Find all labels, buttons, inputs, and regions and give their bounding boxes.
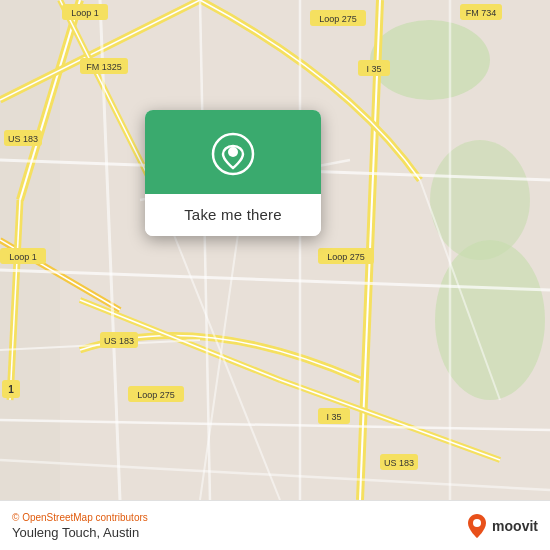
svg-text:FM 1325: FM 1325 [86, 62, 122, 72]
popup-card-top [145, 110, 321, 194]
svg-text:I 35: I 35 [326, 412, 341, 422]
svg-point-1 [370, 20, 490, 100]
popup-card: Take me there [145, 110, 321, 236]
svg-text:FM 734: FM 734 [466, 8, 497, 18]
svg-text:I 35: I 35 [366, 64, 381, 74]
osm-credit: © OpenStreetMap contributors [12, 512, 148, 523]
moovit-label: moovit [492, 518, 538, 534]
location-pin-icon [211, 132, 255, 176]
popup-card-bottom[interactable]: Take me there [145, 194, 321, 236]
svg-text:1: 1 [8, 384, 14, 395]
svg-text:US 183: US 183 [104, 336, 134, 346]
moovit-pin-icon [466, 513, 488, 539]
svg-text:Loop 275: Loop 275 [319, 14, 357, 24]
svg-text:US 183: US 183 [8, 134, 38, 144]
bottom-bar: © OpenStreetMap contributors Youleng Tou… [0, 500, 550, 550]
svg-text:US 183: US 183 [384, 458, 414, 468]
svg-text:Loop 1: Loop 1 [9, 252, 37, 262]
svg-text:Loop 1: Loop 1 [71, 8, 99, 18]
svg-text:Loop 275: Loop 275 [327, 252, 365, 262]
map-container: Loop 1 FM 734 FM 1325 US 183 Loop 275 Lo… [0, 0, 550, 500]
moovit-logo: moovit [466, 513, 538, 539]
svg-point-61 [228, 147, 238, 157]
svg-point-62 [473, 519, 481, 527]
location-name: Youleng Touch, Austin [12, 525, 148, 540]
svg-text:Loop 275: Loop 275 [137, 390, 175, 400]
take-me-there-button[interactable]: Take me there [184, 206, 282, 223]
bottom-left-info: © OpenStreetMap contributors Youleng Tou… [12, 512, 148, 540]
